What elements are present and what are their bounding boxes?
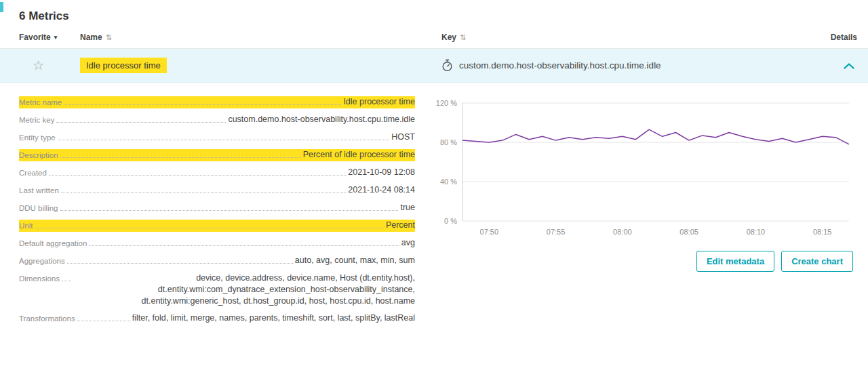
svg-text:08:00: 08:00: [613, 228, 632, 236]
name-column-sort[interactable]: Name ⇅: [80, 33, 112, 42]
details-header-label: Details: [831, 33, 857, 42]
metadata-row-metric-key: Metric keycustom.demo.host-observability…: [19, 114, 415, 126]
page-title: 6 Metrics: [19, 9, 868, 23]
metadata-list: Metric nameIdle processor timeMetric key…: [19, 96, 415, 330]
metadata-label: Created: [19, 167, 47, 179]
metadata-row-metric-name: Metric nameIdle processor time: [19, 96, 415, 108]
dotted-leader: [61, 184, 346, 193]
svg-text:120 %: 120 %: [436, 99, 457, 107]
metadata-row-aggregations: Aggregationsauto, avg, count, max, min, …: [19, 255, 415, 267]
metric-line-chart: 0 %40 %80 %120 %07:5007:5508:0008:0508:1…: [433, 96, 853, 243]
svg-text:0 %: 0 %: [444, 217, 457, 225]
metadata-row-ddu-billing: DDU billingtrue: [19, 202, 415, 214]
svg-text:07:50: 07:50: [480, 228, 499, 236]
dotted-leader: [35, 220, 383, 228]
stopwatch-icon: [441, 59, 453, 72]
edit-metadata-button[interactable]: Edit metadata: [696, 251, 774, 272]
metadata-row-entity-type: Entity typeHOST: [19, 131, 415, 144]
metric-row[interactable]: ☆ Idle processor time custom.demo.host-o…: [0, 49, 868, 83]
metadata-value: avg: [401, 237, 415, 249]
dotted-leader: [60, 149, 301, 158]
metadata-row-default-aggregation: Default aggregationavg: [19, 237, 415, 249]
dotted-leader: [58, 131, 390, 140]
chart-column: 0 %40 %80 %120 %07:5007:5508:0008:0508:1…: [415, 96, 857, 330]
metadata-label: Unit: [19, 220, 33, 232]
metadata-label: Dimensions: [19, 272, 60, 285]
create-chart-button[interactable]: Create chart: [781, 251, 853, 272]
metadata-value: HOST: [391, 131, 415, 143]
metadata-label: Metric key: [19, 114, 54, 126]
dotted-leader: [60, 202, 399, 211]
dotted-leader: [64, 96, 341, 105]
metadata-label: Entity type: [19, 131, 56, 144]
dotted-leader: [67, 255, 293, 264]
svg-text:08:15: 08:15: [813, 228, 832, 236]
metric-name: Idle processor time: [80, 58, 167, 73]
favorite-header-label: Favorite: [19, 33, 51, 42]
metadata-value: Percent: [386, 220, 415, 231]
corner-accent: [0, 2, 3, 12]
metadata-label: Last written: [19, 184, 59, 197]
svg-text:80 %: 80 %: [440, 138, 457, 146]
metadata-value: 2021-10-24 08:14: [348, 184, 415, 196]
metadata-label: Default aggregation: [19, 237, 87, 249]
caret-down-icon: ▾: [54, 34, 58, 41]
key-column-sort[interactable]: Key ⇅: [441, 33, 466, 42]
dotted-leader: [49, 167, 346, 176]
svg-text:08:10: 08:10: [747, 228, 766, 236]
dotted-leader: [56, 114, 226, 123]
chevron-up-icon: [844, 63, 854, 69]
metadata-label: Aggregations: [19, 255, 65, 267]
collapse-row-button[interactable]: [841, 57, 857, 75]
metadata-label: DDU billing: [19, 202, 58, 214]
metadata-label: Metric name: [19, 96, 62, 108]
svg-text:07:55: 07:55: [547, 228, 566, 236]
table-header: Favorite ▾ Name ⇅ Key ⇅ Details: [0, 33, 868, 49]
dotted-leader: [77, 312, 130, 321]
metadata-row-transformations: Transformationsfilter, fold, limit, merg…: [19, 312, 415, 325]
name-header-label: Name: [80, 33, 102, 42]
favorite-star-icon[interactable]: ☆: [33, 58, 44, 73]
metadata-row-last-written: Last written2021-10-24 08:14: [19, 184, 415, 197]
metadata-row-dimensions: Dimensionsdevice, device.address, device…: [19, 272, 415, 307]
svg-text:08:05: 08:05: [679, 228, 698, 236]
metadata-label: Transformations: [19, 312, 75, 325]
dotted-leader: [89, 237, 399, 246]
metadata-value: auto, avg, count, max, min, sum: [295, 255, 415, 266]
key-header-label: Key: [441, 33, 456, 42]
metadata-value: device, device.address, device.name, Hos…: [73, 272, 415, 307]
metric-key: custom.demo.host-observability.host.cpu.…: [459, 60, 661, 70]
sort-icon: ⇅: [106, 33, 112, 42]
dotted-leader: [62, 272, 71, 281]
metadata-row-unit: UnitPercent: [19, 220, 415, 232]
metadata-value: filter, fold, limit, merge, names, paren…: [132, 312, 415, 324]
metadata-row-description: DescriptionPercent of idle processor tim…: [19, 149, 415, 161]
metadata-value: custom.demo.host-observability.host.cpu.…: [228, 114, 415, 125]
metadata-label: Description: [19, 149, 58, 161]
sort-icon: ⇅: [460, 33, 466, 42]
metadata-value: 2021-10-09 12:08: [348, 167, 415, 178]
line-chart-svg: 0 %40 %80 %120 %07:5007:5508:0008:0508:1…: [433, 96, 853, 240]
chart-actions: Edit metadata Create chart: [433, 251, 853, 272]
metric-details-panel: Metric nameIdle processor timeMetric key…: [0, 83, 868, 330]
favorite-filter-dropdown[interactable]: Favorite ▾: [19, 33, 57, 42]
metadata-value: Idle processor time: [343, 96, 415, 108]
metadata-value: true: [400, 202, 415, 214]
metadata-row-created: Created2021-10-09 12:08: [19, 167, 415, 179]
metadata-value: Percent of idle processor time: [303, 149, 415, 161]
svg-text:40 %: 40 %: [440, 178, 457, 186]
